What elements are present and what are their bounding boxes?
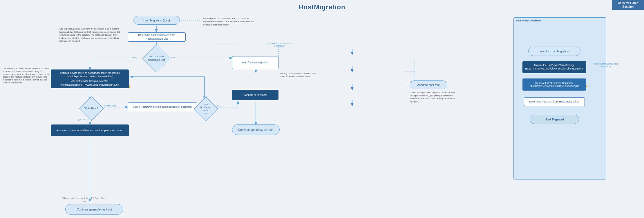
- node-connect-new-host: Connect to new host: [232, 90, 278, 100]
- calls-badge: Calls for Game Session: [612, 0, 644, 10]
- node-wait-host-migration-1: Wait for Host Migration: [232, 56, 278, 69]
- node-retrieve-latest-session: Retrieve Latest Session Document Multipl…: [522, 78, 586, 91]
- node-wait-host-migration-panel: Wait for Host Migration: [528, 47, 580, 56]
- note-host-migration-timeout: When waiting for host migration, use a t…: [410, 91, 458, 103]
- node-assume-host-responsibilities: Assume host responsibilities and wait fo…: [51, 124, 129, 136]
- node-host-migrated-panel: Host Migrated: [530, 115, 579, 124]
- label-no-error: [No Error]: [78, 118, 88, 121]
- note-host-candidate-list-2: Use the hostCandidateList from the sessi…: [3, 67, 51, 84]
- label-yes-2: [Yes]: [217, 105, 222, 107]
- calls-badge-text: Calls for Game: [618, 1, 638, 5]
- label-no-1: [No]: [171, 56, 176, 59]
- page-wrapper: Calls for Game Session HostMigration: [0, 0, 644, 218]
- star-icon-2: ♦: [586, 84, 588, 88]
- node-new-host-device-token: New HostDevice Token set: [194, 97, 218, 122]
- label-timeout-remote-1: [Timeout for remote Host Migration]: [263, 42, 295, 47]
- note-fill-open-slots: Fill open slots if needed. See "Fill Ope…: [61, 197, 107, 203]
- note-waiting-host-timeout: Waiting for host with a timeout. See "Wa…: [280, 72, 320, 78]
- right-panel-host-migration: Wait for Host Migration Wait for Host Mi…: [513, 17, 606, 179]
- calls-badge-text2: Session: [623, 5, 634, 8]
- label-no-2: [No]: [203, 96, 207, 98]
- flowchart: Host Migration (loss) Peer-to-peer disco…: [0, 0, 644, 218]
- node-assume-host-role: Assume host role: [410, 80, 447, 89]
- node-set-local-device-token: Set local device token as host device to…: [51, 69, 129, 88]
- node-check-host-device-token: Check HostDeviceToken in latest session …: [128, 102, 197, 111]
- node-continue-peer: Continue gameplay as peer: [232, 124, 280, 135]
- node-next-on-host-list: Next on Host Candidate List: [142, 45, 170, 72]
- node-monitor-host-device-token: Monitor for HostDeviceTokenChange (RealT…: [522, 61, 586, 73]
- label-yes-1: [Yes]: [132, 56, 137, 59]
- node-write-result: Write Result: [79, 96, 104, 121]
- node-host-migration-loss: Host Migration (loss): [133, 16, 180, 25]
- note-peer-disconnect: Peer-to-peer disconnection from host wit…: [203, 17, 261, 27]
- star-icon-1: ♦: [129, 84, 131, 89]
- node-continue-host: Continue gameplay as host: [65, 204, 123, 215]
- panel-label: Wait for Host Migration: [516, 19, 542, 22]
- label-http-403: [HTTP 403]: [104, 105, 116, 107]
- note-host-candidate-list-1: Use the hostCandidateList from the sessi…: [59, 28, 122, 43]
- label-timeout-remote-2: [Timeout for remote host migration]: [590, 63, 622, 68]
- node-determine-host-candidates: Determine host candidates from HostCandi…: [128, 32, 186, 42]
- node-determine-new-host: Determine new host from HostDeviceToken: [524, 97, 585, 106]
